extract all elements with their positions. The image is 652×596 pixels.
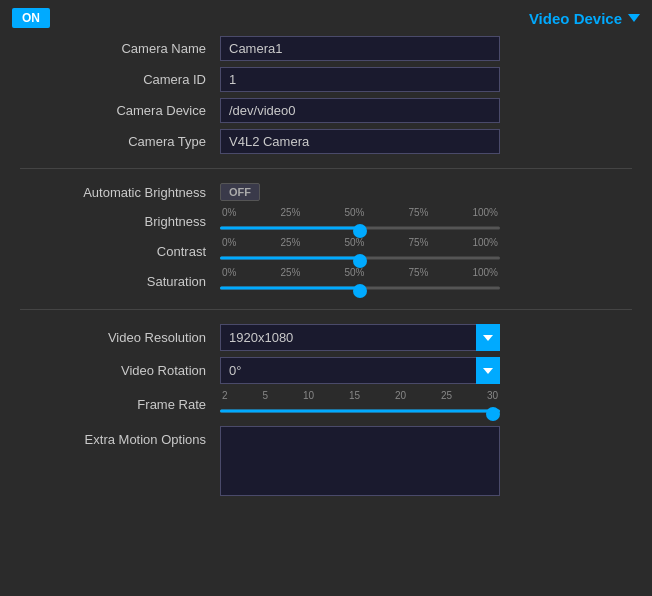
frame-rate-label: Frame Rate (20, 397, 220, 412)
video-settings-section: Video Resolution 1920x1080 1280x720 640x… (20, 324, 632, 496)
video-rotation-label: Video Rotation (20, 363, 220, 378)
frame-rate-slider[interactable] (220, 412, 500, 415)
contrast-row: Contrast 0% 25% 50% 75% 100% (20, 237, 632, 265)
camera-id-input[interactable] (220, 67, 500, 92)
saturation-label: Saturation (20, 274, 220, 289)
tick-100pct: 100% (472, 207, 498, 218)
brightness-slider[interactable] (220, 229, 500, 232)
brightness-row: Brightness 0% 25% 50% 75% 100% (20, 207, 632, 235)
frame-rate-slider-container: 2 5 10 15 20 25 30 (220, 390, 500, 418)
tick-25pct: 25% (280, 207, 300, 218)
top-bar: ON Video Device (0, 0, 652, 36)
camera-device-label: Camera Device (20, 103, 220, 118)
contrast-ticks: 0% 25% 50% 75% 100% (220, 237, 500, 248)
camera-name-label: Camera Name (20, 41, 220, 56)
camera-device-input[interactable] (220, 98, 500, 123)
video-device-label-text: Video Device (529, 10, 622, 27)
frame-rate-range-wrapper (220, 403, 500, 418)
brightness-range-wrapper (220, 220, 500, 235)
divider-2 (20, 309, 632, 310)
saturation-row: Saturation 0% 25% 50% 75% 100% (20, 267, 632, 295)
auto-brightness-label: Automatic Brightness (20, 185, 220, 200)
contrast-slider[interactable] (220, 259, 500, 262)
auto-brightness-toggle[interactable]: OFF (220, 183, 260, 201)
camera-name-input[interactable] (220, 36, 500, 61)
image-settings-section: Automatic Brightness OFF Brightness 0% 2… (20, 183, 632, 295)
contrast-range-wrapper (220, 250, 500, 265)
video-device-dropdown[interactable]: Video Device (529, 10, 640, 27)
camera-type-input[interactable] (220, 129, 500, 154)
video-resolution-label: Video Resolution (20, 330, 220, 345)
video-rotation-row: Video Rotation 0° 90° 180° 270° (20, 357, 632, 384)
tick-75pct: 75% (408, 207, 428, 218)
contrast-slider-container: 0% 25% 50% 75% 100% (220, 237, 500, 265)
contrast-label: Contrast (20, 244, 220, 259)
saturation-slider[interactable] (220, 289, 500, 292)
camera-name-row: Camera Name (20, 36, 632, 61)
camera-type-label: Camera Type (20, 134, 220, 149)
camera-info-section: Camera Name Camera ID Camera Device Came… (20, 36, 632, 154)
camera-id-label: Camera ID (20, 72, 220, 87)
video-resolution-row: Video Resolution 1920x1080 1280x720 640x… (20, 324, 632, 351)
saturation-ticks: 0% 25% 50% 75% 100% (220, 267, 500, 278)
camera-device-row: Camera Device (20, 98, 632, 123)
auto-brightness-row: Automatic Brightness OFF (20, 183, 632, 201)
divider-1 (20, 168, 632, 169)
brightness-slider-container: 0% 25% 50% 75% 100% (220, 207, 500, 235)
brightness-label: Brightness (20, 214, 220, 229)
saturation-slider-container: 0% 25% 50% 75% 100% (220, 267, 500, 295)
extra-motion-row: Extra Motion Options (20, 426, 632, 496)
video-rotation-select[interactable]: 0° 90° 180° 270° (220, 357, 500, 384)
main-content: Camera Name Camera ID Camera Device Came… (0, 36, 652, 518)
video-resolution-select-wrapper: 1920x1080 1280x720 640x480 (220, 324, 500, 351)
video-rotation-select-wrapper: 0° 90° 180° 270° (220, 357, 500, 384)
extra-motion-label: Extra Motion Options (20, 426, 220, 447)
on-button[interactable]: ON (12, 8, 50, 28)
camera-id-row: Camera ID (20, 67, 632, 92)
saturation-range-wrapper (220, 280, 500, 295)
video-resolution-select[interactable]: 1920x1080 1280x720 640x480 (220, 324, 500, 351)
video-device-arrow-icon (628, 14, 640, 22)
frame-rate-row: Frame Rate 2 5 10 15 20 25 30 (20, 390, 632, 418)
camera-type-row: Camera Type (20, 129, 632, 154)
brightness-ticks: 0% 25% 50% 75% 100% (220, 207, 500, 218)
framerate-ticks: 2 5 10 15 20 25 30 (220, 390, 500, 401)
tick-0pct: 0% (222, 207, 236, 218)
extra-motion-textarea[interactable] (220, 426, 500, 496)
tick-50pct: 50% (344, 207, 364, 218)
